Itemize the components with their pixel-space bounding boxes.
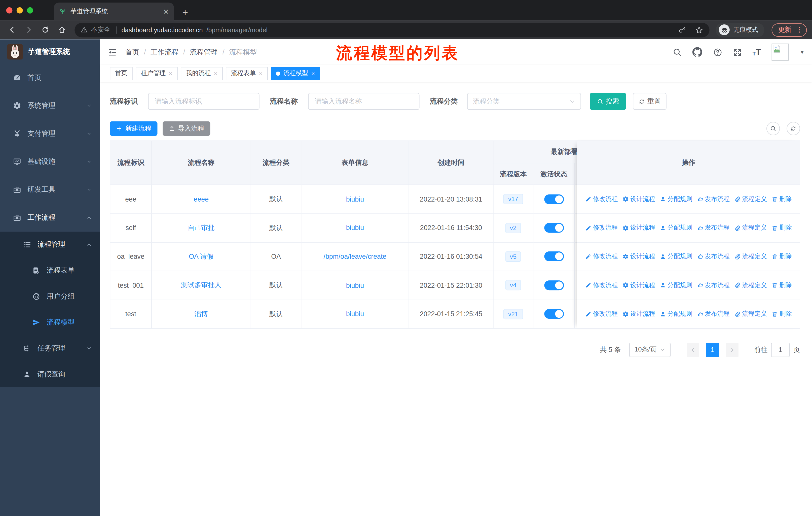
filter-name-input[interactable] xyxy=(308,93,419,110)
back-icon[interactable] xyxy=(5,23,19,36)
active-toggle[interactable] xyxy=(544,194,563,204)
action-流程定义[interactable]: 流程定义 xyxy=(734,223,767,232)
user-avatar[interactable] xyxy=(772,44,789,61)
filter-category-select[interactable]: 流程分类 xyxy=(467,93,581,110)
search-icon[interactable] xyxy=(673,48,682,56)
sidebar-item-基础设施[interactable]: 基础设施 xyxy=(0,147,100,175)
action-修改流程[interactable]: 修改流程 xyxy=(585,223,618,232)
font-size-icon[interactable]: TT xyxy=(753,48,761,56)
sidebar-item-首页[interactable]: 首页 xyxy=(0,64,100,92)
avatar-caret-icon[interactable]: ▼ xyxy=(800,49,805,55)
sidebar-item-工作流程[interactable]: 工作流程 xyxy=(0,204,100,232)
action-流程定义[interactable]: 流程定义 xyxy=(734,310,767,319)
action-设计流程[interactable]: 设计流程 xyxy=(622,310,655,319)
new-tab-button[interactable]: + xyxy=(182,7,188,17)
action-流程定义[interactable]: 流程定义 xyxy=(734,252,767,261)
menu-dots-icon[interactable] xyxy=(795,26,803,34)
sidebar-item-支付管理[interactable]: 支付管理 xyxy=(0,120,100,147)
action-流程定义[interactable]: 流程定义 xyxy=(734,195,767,203)
process-name-link[interactable]: OA 请假 xyxy=(189,252,213,261)
action-修改流程[interactable]: 修改流程 xyxy=(585,195,618,203)
action-发布流程[interactable]: 发布流程 xyxy=(697,252,730,261)
action-删除[interactable]: 删除 xyxy=(772,252,792,261)
home-icon[interactable] xyxy=(55,23,68,36)
active-toggle[interactable] xyxy=(544,223,563,233)
search-button[interactable]: 搜索 xyxy=(590,93,626,110)
import-flow-button[interactable]: 导入流程 xyxy=(163,121,210,136)
sidebar-item-任务管理[interactable]: 任务管理 xyxy=(0,335,100,361)
form-info-link[interactable]: /bpm/oa/leave/create xyxy=(323,253,386,261)
update-button[interactable]: 更新 xyxy=(772,23,807,36)
minimize-window-button[interactable] xyxy=(17,7,23,13)
create-flow-button[interactable]: 新建流程 xyxy=(110,121,157,136)
tag-租户管理[interactable]: 租户管理× xyxy=(136,66,178,80)
tag-close-icon[interactable]: × xyxy=(311,70,315,77)
tag-close-icon[interactable]: × xyxy=(259,70,263,77)
bookmark-star-icon[interactable] xyxy=(695,26,703,34)
process-name-link[interactable]: eeee xyxy=(194,195,209,203)
key-icon[interactable] xyxy=(678,26,686,34)
page-size-select[interactable]: 10条/页 xyxy=(629,343,671,357)
sidebar-item-用户分组[interactable]: 用户分组 xyxy=(0,283,100,309)
sidebar-item-流程管理[interactable]: 流程管理 xyxy=(0,232,100,258)
action-删除[interactable]: 删除 xyxy=(772,281,792,290)
reload-icon[interactable] xyxy=(38,23,52,36)
tag-首页[interactable]: 首页 xyxy=(110,66,133,80)
action-分配规则[interactable]: 分配规则 xyxy=(660,281,692,290)
security-label[interactable]: 不安全 xyxy=(91,25,111,34)
process-name-link[interactable]: 滔博 xyxy=(195,309,208,319)
sidebar-item-流程模型[interactable]: 流程模型 xyxy=(0,309,100,335)
action-分配规则[interactable]: 分配规则 xyxy=(660,223,692,232)
action-发布流程[interactable]: 发布流程 xyxy=(697,223,730,232)
page-1-button[interactable]: 1 xyxy=(706,343,719,357)
breadcrumb-item-工作流程[interactable]: 工作流程 xyxy=(150,47,178,57)
action-删除[interactable]: 删除 xyxy=(772,223,792,232)
action-修改流程[interactable]: 修改流程 xyxy=(585,281,618,290)
tab-close-icon[interactable]: ✕ xyxy=(163,7,169,16)
process-name-link[interactable]: 测试多审批人 xyxy=(181,281,221,290)
github-icon[interactable] xyxy=(692,47,702,57)
address-bar[interactable]: 不安全 dashboard.yudao.iocoder.cn/bpm/manag… xyxy=(75,22,709,37)
refresh-table-button[interactable] xyxy=(787,122,800,135)
help-icon[interactable] xyxy=(713,47,722,57)
form-info-link[interactable]: biubiu xyxy=(346,224,364,232)
form-info-link[interactable]: biubiu xyxy=(346,195,364,203)
active-toggle[interactable] xyxy=(544,252,563,262)
toggle-search-button[interactable] xyxy=(766,122,780,135)
action-流程定义[interactable]: 流程定义 xyxy=(734,281,767,290)
action-发布流程[interactable]: 发布流程 xyxy=(697,281,730,290)
form-info-link[interactable]: biubiu xyxy=(346,281,364,289)
reset-button[interactable]: 重置 xyxy=(633,93,667,110)
forward-icon[interactable] xyxy=(22,23,35,36)
active-toggle[interactable] xyxy=(544,280,563,290)
action-修改流程[interactable]: 修改流程 xyxy=(585,252,618,261)
action-删除[interactable]: 删除 xyxy=(772,310,792,319)
zoom-window-button[interactable] xyxy=(27,7,33,13)
action-设计流程[interactable]: 设计流程 xyxy=(622,281,655,290)
action-分配规则[interactable]: 分配规则 xyxy=(660,252,692,261)
tag-流程模型[interactable]: 流程模型× xyxy=(271,66,320,80)
action-发布流程[interactable]: 发布流程 xyxy=(697,310,730,319)
close-window-button[interactable] xyxy=(6,7,12,13)
goto-page-input[interactable] xyxy=(771,343,790,357)
sidebar-item-请假查询[interactable]: 请假查询 xyxy=(0,361,100,387)
action-分配规则[interactable]: 分配规则 xyxy=(660,195,692,203)
browser-tab[interactable]: 芋道管理系统 ✕ xyxy=(54,2,174,20)
next-page-button[interactable] xyxy=(726,343,738,357)
process-name-link[interactable]: 自己审批 xyxy=(188,223,215,233)
sidebar-item-系统管理[interactable]: 系统管理 xyxy=(0,92,100,120)
sidebar-item-流程表单[interactable]: 流程表单 xyxy=(0,258,100,284)
action-修改流程[interactable]: 修改流程 xyxy=(585,310,618,319)
action-设计流程[interactable]: 设计流程 xyxy=(622,223,655,232)
tag-close-icon[interactable]: × xyxy=(214,70,218,77)
form-info-link[interactable]: biubiu xyxy=(346,310,364,318)
fullscreen-icon[interactable] xyxy=(733,48,742,56)
breadcrumb-item-首页[interactable]: 首页 xyxy=(125,47,140,57)
action-分配规则[interactable]: 分配规则 xyxy=(660,310,692,319)
sidebar-item-研发工具[interactable]: 研发工具 xyxy=(0,175,100,203)
collapse-sidebar-icon[interactable] xyxy=(108,47,117,57)
tag-close-icon[interactable]: × xyxy=(169,70,172,77)
breadcrumb-item-流程管理[interactable]: 流程管理 xyxy=(190,47,218,57)
tag-流程表单[interactable]: 流程表单× xyxy=(226,66,268,80)
action-发布流程[interactable]: 发布流程 xyxy=(697,195,730,203)
